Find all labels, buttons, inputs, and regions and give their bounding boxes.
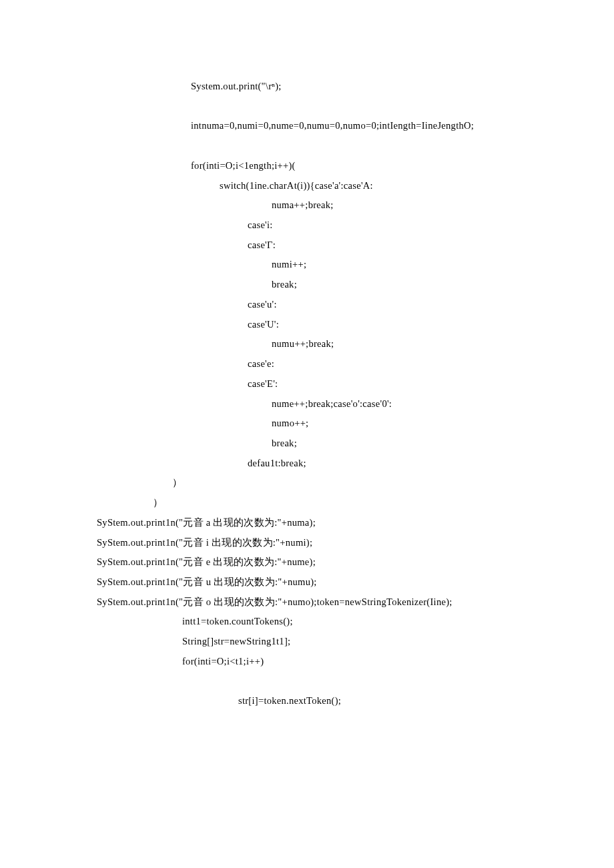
blank-line	[97, 136, 614, 156]
code-line: ）	[97, 493, 614, 513]
code-line: break;	[97, 434, 614, 454]
code-line: ）	[97, 473, 614, 493]
code-line: case'U':	[97, 315, 614, 335]
code-line: defau1t:break;	[97, 454, 614, 474]
code-line: str[i]=token.nextToken();	[97, 691, 614, 711]
code-line: numi++;	[97, 255, 614, 275]
code-line: case'i:	[97, 215, 614, 236]
code-line: for(inti=O;i<t1;i++)	[97, 652, 614, 672]
code-line: intnuma=0,numi=0,nume=0,numu=0,numo=0;in…	[97, 116, 614, 136]
code-line: case'Γ:	[97, 236, 614, 256]
code-line: String[]str=newString1t1];	[97, 632, 614, 652]
code-line: nume++;break;case'o':case'0':	[97, 394, 614, 414]
code-line: SyStem.out.print1n("元音 i 出现的次数为:"+numi);	[97, 533, 614, 553]
blank-line	[97, 672, 614, 692]
code-line: SyStem.out.print1n("元音 e 出现的次数为:"+nume);	[97, 552, 614, 572]
code-line: SyStem.out.print1n("元音 a 出现的次数为:"+numa);	[97, 513, 614, 533]
code-line: for(inti=O;i<1ength;i++)(	[97, 156, 614, 176]
code-line: System.out.print("\rⁿ);	[97, 77, 614, 97]
code-line: switch(1ine.charAt(i)){case'a':case'A:	[97, 176, 614, 196]
code-line: SyStem.out.print1n("元音 u 出现的次数为:"+numu);	[97, 572, 614, 592]
code-line: break;	[97, 275, 614, 295]
code-line: case'E':	[97, 374, 614, 394]
code-line: SyStem.out.print1n("元音 o 出现的次数为:"+numo);…	[97, 592, 614, 612]
code-line: case'u':	[97, 295, 614, 315]
code-line: numu++;break;	[97, 334, 614, 354]
blank-line	[97, 97, 614, 117]
code-line: intt1=token.countTokens();	[97, 612, 614, 632]
code-page: System.out.print("\rⁿ); intnuma=0,numi=0…	[0, 0, 614, 868]
code-line: numa++;break;	[97, 195, 614, 215]
code-line: numo++;	[97, 414, 614, 434]
code-line: case'e:	[97, 354, 614, 374]
